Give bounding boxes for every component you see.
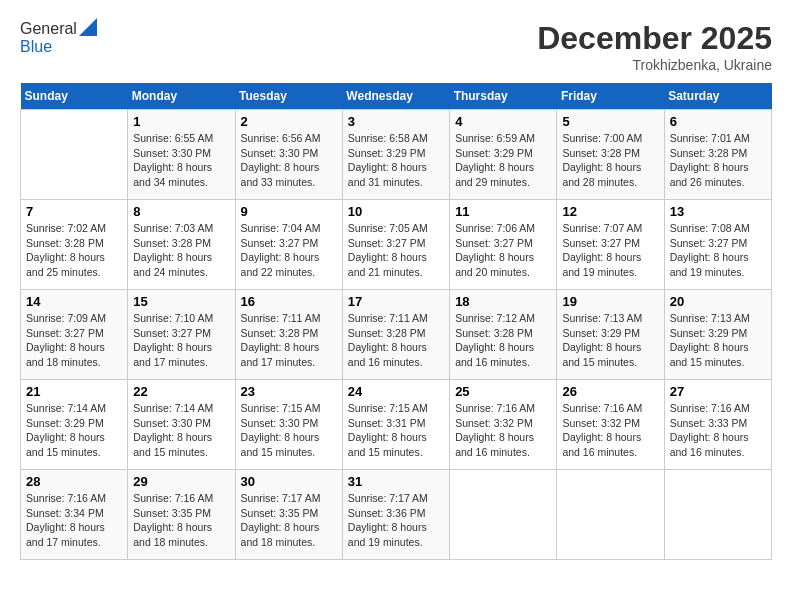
calendar-cell: 27Sunrise: 7:16 AM Sunset: 3:33 PM Dayli… (664, 380, 771, 470)
calendar-cell: 3Sunrise: 6:58 AM Sunset: 3:29 PM Daylig… (342, 110, 449, 200)
calendar-cell (664, 470, 771, 560)
calendar-cell: 15Sunrise: 7:10 AM Sunset: 3:27 PM Dayli… (128, 290, 235, 380)
logo-blue: Blue (20, 38, 97, 56)
calendar-table: SundayMondayTuesdayWednesdayThursdayFrid… (20, 83, 772, 560)
day-info: Sunrise: 7:16 AM Sunset: 3:33 PM Dayligh… (670, 401, 766, 460)
day-number: 29 (133, 474, 229, 489)
calendar-cell: 31Sunrise: 7:17 AM Sunset: 3:36 PM Dayli… (342, 470, 449, 560)
day-number: 7 (26, 204, 122, 219)
col-header-thursday: Thursday (450, 83, 557, 110)
calendar-cell: 28Sunrise: 7:16 AM Sunset: 3:34 PM Dayli… (21, 470, 128, 560)
calendar-header-row: SundayMondayTuesdayWednesdayThursdayFrid… (21, 83, 772, 110)
calendar-cell: 14Sunrise: 7:09 AM Sunset: 3:27 PM Dayli… (21, 290, 128, 380)
day-number: 6 (670, 114, 766, 129)
day-number: 23 (241, 384, 337, 399)
day-info: Sunrise: 7:14 AM Sunset: 3:30 PM Dayligh… (133, 401, 229, 460)
calendar-cell: 4Sunrise: 6:59 AM Sunset: 3:29 PM Daylig… (450, 110, 557, 200)
day-number: 4 (455, 114, 551, 129)
day-info: Sunrise: 7:13 AM Sunset: 3:29 PM Dayligh… (670, 311, 766, 370)
day-info: Sunrise: 7:16 AM Sunset: 3:32 PM Dayligh… (455, 401, 551, 460)
calendar-cell: 12Sunrise: 7:07 AM Sunset: 3:27 PM Dayli… (557, 200, 664, 290)
calendar-cell: 6Sunrise: 7:01 AM Sunset: 3:28 PM Daylig… (664, 110, 771, 200)
day-info: Sunrise: 7:11 AM Sunset: 3:28 PM Dayligh… (348, 311, 444, 370)
day-info: Sunrise: 7:01 AM Sunset: 3:28 PM Dayligh… (670, 131, 766, 190)
day-info: Sunrise: 7:08 AM Sunset: 3:27 PM Dayligh… (670, 221, 766, 280)
location-label: Trokhizbenka, Ukraine (537, 57, 772, 73)
calendar-cell: 9Sunrise: 7:04 AM Sunset: 3:27 PM Daylig… (235, 200, 342, 290)
day-number: 2 (241, 114, 337, 129)
month-year-title: December 2025 (537, 20, 772, 57)
calendar-cell: 1Sunrise: 6:55 AM Sunset: 3:30 PM Daylig… (128, 110, 235, 200)
day-info: Sunrise: 7:09 AM Sunset: 3:27 PM Dayligh… (26, 311, 122, 370)
day-info: Sunrise: 6:56 AM Sunset: 3:30 PM Dayligh… (241, 131, 337, 190)
day-info: Sunrise: 7:15 AM Sunset: 3:31 PM Dayligh… (348, 401, 444, 460)
col-header-wednesday: Wednesday (342, 83, 449, 110)
day-number: 8 (133, 204, 229, 219)
calendar-cell: 18Sunrise: 7:12 AM Sunset: 3:28 PM Dayli… (450, 290, 557, 380)
day-info: Sunrise: 7:04 AM Sunset: 3:27 PM Dayligh… (241, 221, 337, 280)
col-header-monday: Monday (128, 83, 235, 110)
calendar-week-row: 21Sunrise: 7:14 AM Sunset: 3:29 PM Dayli… (21, 380, 772, 470)
calendar-cell: 17Sunrise: 7:11 AM Sunset: 3:28 PM Dayli… (342, 290, 449, 380)
day-number: 1 (133, 114, 229, 129)
day-number: 30 (241, 474, 337, 489)
calendar-cell: 25Sunrise: 7:16 AM Sunset: 3:32 PM Dayli… (450, 380, 557, 470)
day-info: Sunrise: 7:14 AM Sunset: 3:29 PM Dayligh… (26, 401, 122, 460)
calendar-week-row: 28Sunrise: 7:16 AM Sunset: 3:34 PM Dayli… (21, 470, 772, 560)
calendar-cell: 10Sunrise: 7:05 AM Sunset: 3:27 PM Dayli… (342, 200, 449, 290)
day-number: 13 (670, 204, 766, 219)
calendar-cell: 5Sunrise: 7:00 AM Sunset: 3:28 PM Daylig… (557, 110, 664, 200)
calendar-cell (557, 470, 664, 560)
day-info: Sunrise: 7:12 AM Sunset: 3:28 PM Dayligh… (455, 311, 551, 370)
calendar-cell: 2Sunrise: 6:56 AM Sunset: 3:30 PM Daylig… (235, 110, 342, 200)
calendar-week-row: 7Sunrise: 7:02 AM Sunset: 3:28 PM Daylig… (21, 200, 772, 290)
day-number: 24 (348, 384, 444, 399)
day-info: Sunrise: 6:55 AM Sunset: 3:30 PM Dayligh… (133, 131, 229, 190)
calendar-cell: 19Sunrise: 7:13 AM Sunset: 3:29 PM Dayli… (557, 290, 664, 380)
calendar-week-row: 14Sunrise: 7:09 AM Sunset: 3:27 PM Dayli… (21, 290, 772, 380)
col-header-saturday: Saturday (664, 83, 771, 110)
day-info: Sunrise: 7:07 AM Sunset: 3:27 PM Dayligh… (562, 221, 658, 280)
calendar-week-row: 1Sunrise: 6:55 AM Sunset: 3:30 PM Daylig… (21, 110, 772, 200)
calendar-cell: 11Sunrise: 7:06 AM Sunset: 3:27 PM Dayli… (450, 200, 557, 290)
day-number: 31 (348, 474, 444, 489)
day-number: 14 (26, 294, 122, 309)
day-info: Sunrise: 7:06 AM Sunset: 3:27 PM Dayligh… (455, 221, 551, 280)
day-number: 18 (455, 294, 551, 309)
day-info: Sunrise: 7:11 AM Sunset: 3:28 PM Dayligh… (241, 311, 337, 370)
calendar-cell: 16Sunrise: 7:11 AM Sunset: 3:28 PM Dayli… (235, 290, 342, 380)
calendar-cell: 30Sunrise: 7:17 AM Sunset: 3:35 PM Dayli… (235, 470, 342, 560)
calendar-cell: 8Sunrise: 7:03 AM Sunset: 3:28 PM Daylig… (128, 200, 235, 290)
day-info: Sunrise: 7:17 AM Sunset: 3:35 PM Dayligh… (241, 491, 337, 550)
day-info: Sunrise: 6:58 AM Sunset: 3:29 PM Dayligh… (348, 131, 444, 190)
day-number: 25 (455, 384, 551, 399)
logo-bird-icon (79, 18, 97, 36)
day-info: Sunrise: 7:17 AM Sunset: 3:36 PM Dayligh… (348, 491, 444, 550)
day-number: 16 (241, 294, 337, 309)
day-number: 9 (241, 204, 337, 219)
day-info: Sunrise: 7:16 AM Sunset: 3:35 PM Dayligh… (133, 491, 229, 550)
day-info: Sunrise: 7:10 AM Sunset: 3:27 PM Dayligh… (133, 311, 229, 370)
calendar-cell: 13Sunrise: 7:08 AM Sunset: 3:27 PM Dayli… (664, 200, 771, 290)
day-number: 3 (348, 114, 444, 129)
calendar-cell: 20Sunrise: 7:13 AM Sunset: 3:29 PM Dayli… (664, 290, 771, 380)
day-number: 21 (26, 384, 122, 399)
calendar-cell: 21Sunrise: 7:14 AM Sunset: 3:29 PM Dayli… (21, 380, 128, 470)
calendar-cell: 7Sunrise: 7:02 AM Sunset: 3:28 PM Daylig… (21, 200, 128, 290)
day-number: 10 (348, 204, 444, 219)
day-info: Sunrise: 6:59 AM Sunset: 3:29 PM Dayligh… (455, 131, 551, 190)
day-number: 26 (562, 384, 658, 399)
calendar-cell: 24Sunrise: 7:15 AM Sunset: 3:31 PM Dayli… (342, 380, 449, 470)
day-number: 28 (26, 474, 122, 489)
svg-marker-0 (79, 18, 97, 36)
day-number: 17 (348, 294, 444, 309)
day-number: 20 (670, 294, 766, 309)
col-header-friday: Friday (557, 83, 664, 110)
day-info: Sunrise: 7:05 AM Sunset: 3:27 PM Dayligh… (348, 221, 444, 280)
page-header: General Blue December 2025 Trokhizbenka,… (20, 20, 772, 73)
day-info: Sunrise: 7:03 AM Sunset: 3:28 PM Dayligh… (133, 221, 229, 280)
day-info: Sunrise: 7:16 AM Sunset: 3:32 PM Dayligh… (562, 401, 658, 460)
title-block: December 2025 Trokhizbenka, Ukraine (537, 20, 772, 73)
day-info: Sunrise: 7:15 AM Sunset: 3:30 PM Dayligh… (241, 401, 337, 460)
day-number: 19 (562, 294, 658, 309)
